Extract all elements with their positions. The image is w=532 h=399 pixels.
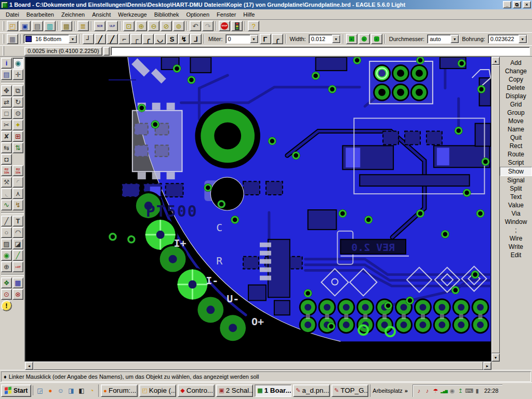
task-forum-[interactable]: ●Forum:... [101, 384, 138, 397]
name-tool[interactable]: R210k [1, 165, 12, 176]
cut-tool[interactable]: ✂ [1, 119, 12, 130]
board-canvas[interactable]: REV 2.0 PT500 C I+ R I- U- O+ [25, 57, 491, 362]
ulp-icon[interactable]: ULP [107, 21, 118, 31]
zoom-select-icon[interactable]: ⊘ [161, 21, 172, 31]
undo-icon[interactable]: ↶ [190, 21, 201, 31]
scroll-right-arrow[interactable]: ► [483, 362, 491, 370]
command-copy[interactable]: Copy [500, 75, 532, 84]
command-edit[interactable]: Edit [500, 251, 532, 259]
via-shape-octagon-button[interactable] [371, 34, 382, 44]
layer-select[interactable]: 16 Bottom ▼ [23, 34, 77, 44]
script-icon[interactable]: SCR [94, 21, 105, 31]
value-tool[interactable]: R210k [12, 165, 23, 176]
command-move[interactable]: Move [500, 117, 532, 125]
bend-style-6[interactable]: ◡ [154, 34, 166, 44]
minimize-button[interactable]: _ [503, 1, 511, 8]
open-icon[interactable]: ◰ [7, 21, 18, 31]
network-signal-icon[interactable]: ▂▄▆ [440, 387, 448, 395]
scroll-down-arrow[interactable]: ▼ [491, 353, 500, 362]
via-shape-square-button[interactable] [346, 34, 357, 44]
durchmesser-dropdown-arrow[interactable]: ▼ [450, 35, 459, 43]
firefox-icon[interactable]: ● [45, 385, 55, 395]
bend-style-9[interactable]: ⅃ [190, 34, 202, 44]
grid-button[interactable]: ▦ [7, 34, 18, 44]
horizontal-scrollbar[interactable]: ◄ ► [25, 362, 491, 370]
messenger-icon[interactable]: ☺ [56, 385, 65, 395]
command-text[interactable]: Text [500, 193, 532, 201]
command-via[interactable]: Via [500, 209, 532, 218]
command-window[interactable]: Window [500, 218, 532, 226]
command-signal[interactable]: Signal [500, 176, 532, 184]
vertical-scroll-thumb[interactable] [491, 65, 500, 353]
vertical-scrollbar[interactable]: ▲ ▼ [491, 57, 500, 362]
bend-style-8[interactable]: ↯ [178, 34, 190, 44]
width-dropdown-arrow[interactable]: ▼ [332, 35, 340, 43]
wire-tool[interactable]: ╱ [1, 216, 12, 227]
timer-icon[interactable]: ◔ [87, 385, 97, 395]
display-tool[interactable]: ▤ [1, 69, 12, 80]
drc-tool[interactable]: ⊙ [1, 289, 12, 300]
restore-button[interactable]: ⧉ [513, 1, 521, 8]
command-grid[interactable]: Grid [500, 100, 532, 109]
command-delete[interactable]: Delete [500, 84, 532, 92]
coordbar-handle[interactable] [3, 46, 4, 56]
volume-muted2-icon[interactable]: ♪ [423, 387, 431, 395]
task-1-boar-[interactable]: ▦1 Boar... [255, 384, 291, 397]
print-icon[interactable]: ▤ [32, 21, 43, 31]
smash-tool[interactable]: ⚒ [1, 177, 12, 188]
bend-style-5[interactable]: ╭ [142, 34, 154, 44]
errors-tool[interactable]: ⊗ [12, 289, 23, 300]
replace-tool[interactable]: ⇅ [12, 142, 23, 153]
menu-fenster[interactable]: Fenster [213, 10, 240, 19]
circle-tool[interactable]: ○ [1, 227, 12, 238]
audio-device-icon[interactable]: ◉ [448, 387, 456, 395]
mark-tool[interactable]: ✛ [12, 69, 23, 80]
avira-icon[interactable]: ☂ [432, 387, 440, 395]
command-semicolon[interactable]: ; [500, 226, 532, 234]
command-write[interactable]: Write [500, 243, 532, 251]
change-tool[interactable]: ⚙ [12, 108, 23, 119]
command-name[interactable]: Name [500, 125, 532, 134]
group-tool[interactable]: □ [1, 108, 12, 119]
menu-ansicht[interactable]: Ansicht [88, 10, 114, 19]
corner-style-1[interactable]: ╭ [272, 34, 283, 44]
mirror-tool[interactable]: ⇄ [1, 97, 12, 108]
split-tool[interactable]: ⋏ [12, 188, 23, 199]
show-desktop-icon[interactable]: ◲ [35, 385, 45, 395]
ratsnest-tool[interactable]: ❖ [1, 277, 12, 288]
miter-tool[interactable]: ◜ [12, 177, 23, 188]
command-rect[interactable]: Rect [500, 142, 532, 150]
bohrung-dropdown-arrow[interactable]: ▼ [518, 35, 527, 43]
scroll-left-arrow[interactable]: ◄ [25, 362, 33, 370]
delete-tool[interactable]: ✘ [1, 131, 12, 142]
lock-tool[interactable]: ◘ [1, 154, 12, 165]
route-tool[interactable]: ↯ [12, 200, 23, 210]
input-device-icon[interactable]: ⌨ [465, 387, 473, 395]
command-split[interactable]: Split [500, 184, 532, 193]
arbeitsplatz-label[interactable]: Arbeitsplatz [373, 388, 402, 394]
command-quit[interactable]: Quit [500, 134, 532, 142]
bend-style-7[interactable]: S [166, 34, 178, 44]
layer-dropdown-arrow[interactable]: ▼ [69, 35, 77, 43]
command-display[interactable]: Display [500, 92, 532, 100]
command-value[interactable]: Value [500, 201, 532, 209]
menu-zeichnen[interactable]: Zeichnen [58, 10, 88, 19]
save-icon[interactable]: ▣ [19, 21, 31, 31]
coordbar-spacer-button[interactable] [103, 47, 110, 56]
copy-tool[interactable]: ⧉ [12, 85, 23, 96]
redo-icon[interactable]: ↷ [202, 21, 214, 31]
stop-icon[interactable]: STOP [219, 21, 230, 31]
board-schematic-icon[interactable]: ▩ [61, 21, 72, 31]
bend-style-0[interactable]: ┘ [83, 34, 94, 44]
durchmesser-select[interactable]: auto ▼ [427, 34, 459, 44]
command-wire[interactable]: Wire [500, 234, 532, 243]
width-select[interactable]: 0.012 ▼ [309, 34, 341, 44]
start-button[interactable]: Start [1, 384, 31, 397]
move-tool[interactable]: ✥ [1, 85, 12, 96]
menu-werkzeuge[interactable]: Werkzeuge [114, 10, 150, 19]
menu-optionen[interactable]: Optionen [182, 10, 213, 19]
command-show[interactable]: Show [500, 167, 532, 176]
rect-tool[interactable]: ▨ [1, 238, 12, 249]
zoom-redraw-icon[interactable]: ⊚ [173, 21, 184, 31]
hole-tool[interactable]: ⊕ [1, 261, 12, 272]
